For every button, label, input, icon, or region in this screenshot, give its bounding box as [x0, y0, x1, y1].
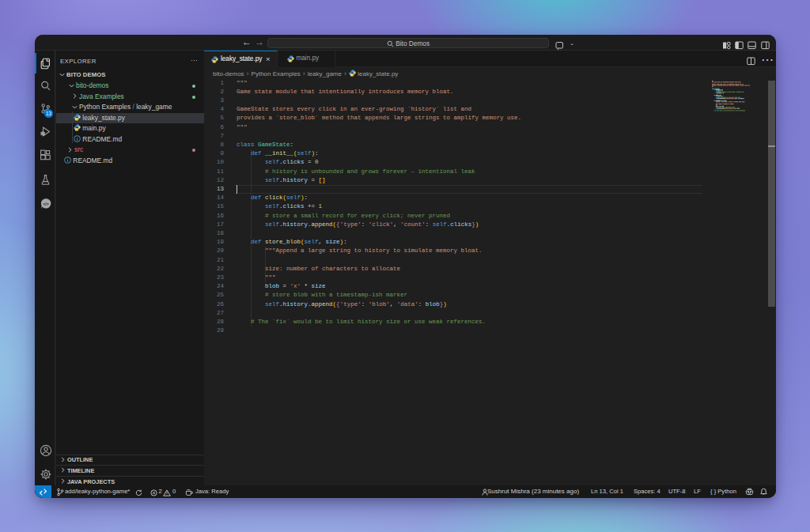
- svg-text:</>: </>: [43, 202, 49, 206]
